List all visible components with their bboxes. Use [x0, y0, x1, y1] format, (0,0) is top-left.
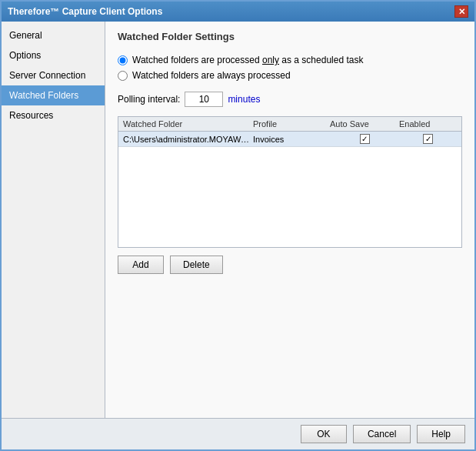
ok-button[interactable]: OK — [301, 425, 347, 443]
sidebar-item-watched-folders[interactable]: Watched Folders — [2, 85, 105, 105]
sidebar-item-label: General — [9, 30, 42, 41]
polling-row: Polling interval: minutes — [118, 92, 462, 107]
autosave-checkbox[interactable]: ✓ — [360, 134, 370, 144]
radio-row-always: Watched folders are always processed — [118, 70, 462, 81]
title-bar: Therefore™ Capture Client Options ✕ — [2, 2, 474, 22]
cell-profile: Invoices — [253, 135, 330, 144]
radio-scheduled-label: Watched folders are processed only as a … — [132, 55, 363, 65]
cell-autosave: ✓ — [330, 134, 399, 144]
table-row[interactable]: C:\Users\administrator.MOYAWARE\Desk... … — [118, 132, 461, 147]
table-empty-area — [118, 147, 461, 247]
col-header-autosave: Auto Save — [330, 119, 399, 129]
polling-unit: minutes — [228, 94, 260, 105]
add-button[interactable]: Add — [118, 256, 164, 274]
col-header-folder: Watched Folder — [123, 119, 253, 129]
sidebar-item-label: Options — [9, 50, 41, 61]
col-header-enabled: Enabled — [399, 119, 457, 129]
delete-button[interactable]: Delete — [170, 256, 223, 274]
sidebar-item-options[interactable]: Options — [2, 45, 105, 65]
cell-folder: C:\Users\administrator.MOYAWARE\Desk... — [123, 135, 253, 144]
sidebar-item-label: Resources — [9, 110, 53, 121]
cancel-button[interactable]: Cancel — [353, 425, 411, 443]
help-button[interactable]: Help — [417, 425, 465, 443]
sidebar-item-server-connection[interactable]: Server Connection — [2, 65, 105, 85]
table-header: Watched Folder Profile Auto Save Enabled — [118, 117, 461, 132]
window-body: General Options Server Connection Watche… — [2, 22, 474, 449]
main-content: General Options Server Connection Watche… — [2, 22, 474, 418]
sidebar: General Options Server Connection Watche… — [2, 22, 105, 418]
polling-label: Polling interval: — [118, 94, 180, 105]
content-panel: Watched Folder Settings Watched folders … — [105, 22, 474, 418]
table-button-row: Add Delete — [118, 256, 462, 274]
footer: OK Cancel Help — [2, 418, 474, 449]
close-button[interactable]: ✕ — [454, 5, 468, 18]
main-window: Therefore™ Capture Client Options ✕ Gene… — [0, 0, 476, 451]
polling-input[interactable] — [185, 92, 223, 107]
radio-scheduled[interactable] — [118, 55, 128, 65]
sidebar-item-label: Server Connection — [9, 70, 85, 81]
watched-folders-table: Watched Folder Profile Auto Save Enabled… — [118, 116, 462, 248]
sidebar-item-label: Watched Folders — [9, 90, 78, 101]
window-title: Therefore™ Capture Client Options — [8, 6, 162, 17]
radio-always[interactable] — [118, 71, 128, 81]
radio-group: Watched folders are processed only as a … — [118, 55, 462, 81]
section-title: Watched Folder Settings — [118, 31, 462, 45]
radio-row-scheduled: Watched folders are processed only as a … — [118, 55, 462, 65]
enabled-checkbox[interactable]: ✓ — [423, 134, 433, 144]
cell-enabled: ✓ — [399, 134, 457, 144]
sidebar-item-resources[interactable]: Resources — [2, 105, 105, 125]
col-header-profile: Profile — [253, 119, 330, 129]
radio-always-label: Watched folders are always processed — [132, 70, 291, 81]
sidebar-item-general[interactable]: General — [2, 25, 105, 45]
